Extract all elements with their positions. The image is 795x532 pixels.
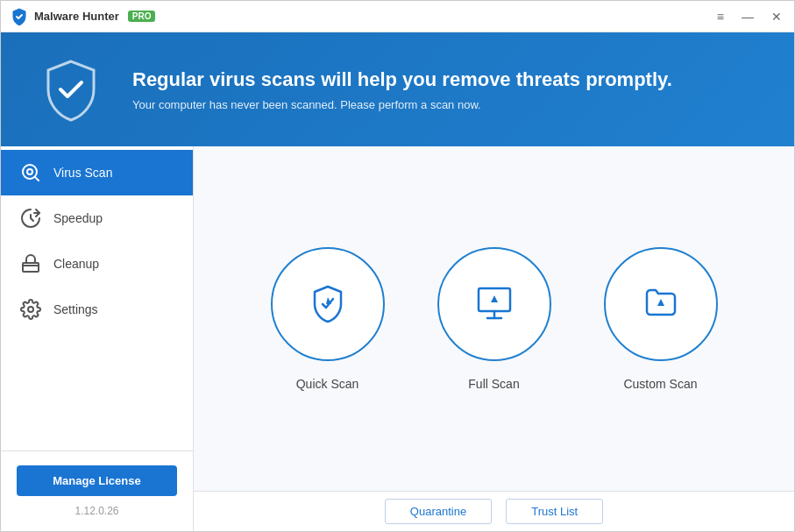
full-scan-label: Full Scan — [468, 377, 519, 391]
manage-license-button[interactable]: Manage License — [17, 465, 177, 496]
app-name-label: Malware Hunter — [34, 10, 119, 23]
header-banner: Regular virus scans will help you remove… — [1, 32, 794, 146]
bottom-bar: Quarantine Trust List — [194, 491, 794, 531]
main-layout: Virus Scan Speedup — [1, 146, 794, 531]
menu-button[interactable]: ≡ — [713, 8, 728, 25]
header-sub-text: Your computer has never been scanned. Pl… — [132, 98, 672, 111]
sidebar-item-virus-scan[interactable]: Virus Scan — [1, 150, 193, 195]
custom-scan-icon — [635, 278, 687, 330]
quick-scan-circle — [271, 247, 385, 361]
sidebar-item-speedup-label: Speedup — [53, 211, 103, 225]
sidebar: Virus Scan Speedup — [1, 146, 194, 531]
svg-point-1 — [27, 169, 32, 174]
svg-rect-3 — [23, 263, 39, 272]
quick-scan-card[interactable]: Quick Scan — [271, 247, 385, 391]
custom-scan-circle — [604, 247, 718, 361]
custom-scan-label: Custom Scan — [623, 377, 697, 391]
quarantine-button[interactable]: Quarantine — [385, 499, 492, 524]
sidebar-item-cleanup[interactable]: Cleanup — [1, 241, 193, 287]
sidebar-item-cleanup-label: Cleanup — [53, 257, 99, 271]
sidebar-item-virus-scan-label: Virus Scan — [53, 166, 112, 180]
full-scan-circle — [437, 247, 551, 361]
svg-marker-10 — [491, 295, 498, 302]
window-controls: ≡ — ✕ — [713, 8, 785, 25]
scan-options: Quick Scan Full Scan — [194, 146, 794, 491]
sidebar-item-settings-label: Settings — [53, 302, 98, 316]
sidebar-item-speedup[interactable]: Speedup — [1, 195, 193, 241]
titlebar: Malware Hunter PRO ≡ — ✕ — [1, 1, 794, 32]
cleanup-icon — [20, 253, 41, 274]
app-logo: Malware Hunter PRO — [10, 7, 155, 26]
sidebar-nav: Virus Scan Speedup — [1, 146, 193, 450]
header-shield-icon — [36, 54, 106, 124]
svg-marker-11 — [657, 299, 664, 306]
quick-scan-label: Quick Scan — [296, 377, 359, 391]
full-scan-card[interactable]: Full Scan — [437, 247, 551, 391]
custom-scan-card[interactable]: Custom Scan — [604, 247, 718, 391]
trust-list-button[interactable]: Trust List — [506, 499, 603, 524]
header-text-block: Regular virus scans will help you remove… — [132, 68, 672, 111]
quick-scan-icon — [302, 278, 354, 330]
pro-badge: PRO — [128, 11, 156, 22]
settings-icon — [20, 299, 41, 320]
svg-point-5 — [28, 307, 33, 312]
shield-logo-icon — [10, 7, 29, 26]
svg-line-2 — [35, 177, 39, 181]
sidebar-bottom: Manage License 1.12.0.26 — [1, 450, 193, 531]
version-label: 1.12.0.26 — [75, 505, 118, 517]
full-scan-icon — [468, 278, 521, 330]
speedup-icon — [20, 208, 41, 229]
virus-scan-icon — [20, 162, 41, 183]
header-main-text: Regular virus scans will help you remove… — [132, 68, 672, 91]
minimize-button[interactable]: — — [738, 8, 757, 25]
content-area: Quick Scan Full Scan — [194, 146, 794, 531]
close-button[interactable]: ✕ — [768, 8, 785, 25]
sidebar-item-settings[interactable]: Settings — [1, 287, 193, 332]
